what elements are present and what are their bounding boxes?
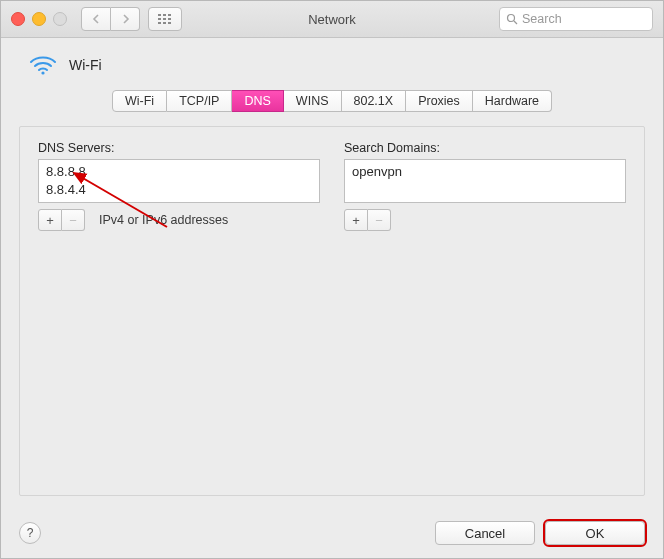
svg-rect-3: [158, 18, 161, 20]
svg-rect-8: [168, 22, 171, 24]
svg-line-10: [514, 21, 517, 24]
svg-rect-7: [163, 22, 166, 24]
svg-rect-1: [163, 14, 166, 16]
tab-bar: Wi-Fi TCP/IP DNS WINS 802.1X Proxies Har…: [19, 90, 645, 112]
wifi-icon: [29, 54, 57, 76]
search-field[interactable]: Search: [499, 7, 653, 31]
footer: ? Cancel OK: [1, 508, 663, 558]
dns-servers-column: DNS Servers: 8.8.8.8 8.8.4.4 + − IPv4 or…: [38, 141, 320, 231]
network-prefs-window: Network Search Wi-Fi Wi-Fi TCP/IP DNS WI…: [0, 0, 664, 559]
dns-remove-button[interactable]: −: [62, 209, 85, 231]
domain-add-button[interactable]: +: [344, 209, 368, 231]
svg-rect-2: [168, 14, 171, 16]
domain-remove-button[interactable]: −: [368, 209, 391, 231]
tab-tcpip[interactable]: TCP/IP: [167, 90, 232, 112]
window-controls: [11, 12, 67, 26]
svg-rect-0: [158, 14, 161, 16]
ok-button[interactable]: OK: [545, 521, 645, 545]
list-item[interactable]: openvpn: [352, 163, 618, 181]
svg-point-11: [41, 71, 44, 74]
maximize-icon: [53, 12, 67, 26]
search-placeholder: Search: [522, 12, 562, 26]
forward-button[interactable]: [111, 7, 140, 31]
grid-icon: [158, 14, 172, 24]
tab-wifi[interactable]: Wi-Fi: [112, 90, 167, 112]
svg-point-9: [508, 15, 515, 22]
dns-servers-list[interactable]: 8.8.8.8 8.8.4.4: [38, 159, 320, 203]
svg-rect-5: [168, 18, 171, 20]
titlebar: Network Search: [1, 1, 663, 38]
close-icon[interactable]: [11, 12, 25, 26]
list-item[interactable]: 8.8.4.4: [46, 181, 312, 199]
tab-dns[interactable]: DNS: [232, 90, 283, 112]
svg-rect-6: [158, 22, 161, 24]
cancel-button[interactable]: Cancel: [435, 521, 535, 545]
interface-header: Wi-Fi: [19, 50, 645, 86]
content-area: Wi-Fi Wi-Fi TCP/IP DNS WINS 802.1X Proxi…: [1, 38, 663, 496]
dns-add-button[interactable]: +: [38, 209, 62, 231]
tab-proxies[interactable]: Proxies: [406, 90, 473, 112]
back-button[interactable]: [81, 7, 111, 31]
search-domains-label: Search Domains:: [344, 141, 626, 155]
list-item[interactable]: 8.8.8.8: [46, 163, 312, 181]
interface-name: Wi-Fi: [69, 57, 102, 73]
help-button[interactable]: ?: [19, 522, 41, 544]
dns-hint: IPv4 or IPv6 addresses: [99, 213, 228, 227]
tab-wins[interactable]: WINS: [284, 90, 342, 112]
search-icon: [506, 13, 518, 25]
dns-servers-label: DNS Servers:: [38, 141, 320, 155]
svg-rect-4: [163, 18, 166, 20]
minimize-icon[interactable]: [32, 12, 46, 26]
nav-back-forward: [81, 7, 140, 31]
search-domains-list[interactable]: openvpn: [344, 159, 626, 203]
tab-hardware[interactable]: Hardware: [473, 90, 552, 112]
show-all-button[interactable]: [148, 7, 182, 31]
tab-8021x[interactable]: 802.1X: [342, 90, 407, 112]
search-domains-column: Search Domains: openvpn + −: [344, 141, 626, 231]
dns-panel: DNS Servers: 8.8.8.8 8.8.4.4 + − IPv4 or…: [19, 126, 645, 496]
